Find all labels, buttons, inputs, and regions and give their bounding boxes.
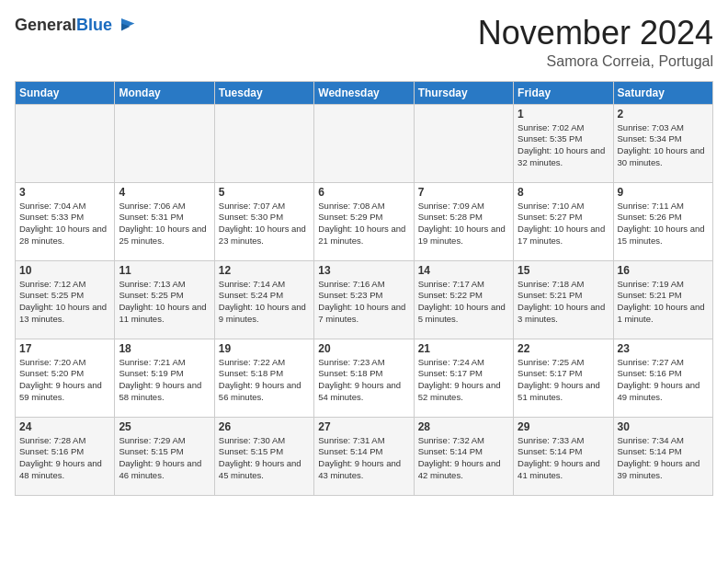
- calendar-cell: 13Sunrise: 7:16 AM Sunset: 5:23 PM Dayli…: [314, 260, 414, 339]
- calendar-cell: [115, 104, 214, 182]
- calendar-cell: [16, 104, 115, 182]
- calendar-cell: 6Sunrise: 7:08 AM Sunset: 5:29 PM Daylig…: [314, 182, 414, 260]
- day-info: Sunrise: 7:33 AM Sunset: 5:14 PM Dayligh…: [518, 435, 609, 482]
- day-info: Sunrise: 7:17 AM Sunset: 5:22 PM Dayligh…: [418, 279, 509, 326]
- location: Samora Correia, Portugal: [478, 53, 713, 70]
- calendar-cell: 14Sunrise: 7:17 AM Sunset: 5:22 PM Dayli…: [414, 260, 513, 339]
- calendar-cell: 27Sunrise: 7:31 AM Sunset: 5:14 PM Dayli…: [314, 417, 414, 495]
- day-number: 28: [418, 420, 509, 433]
- day-number: 27: [318, 420, 409, 433]
- day-number: 11: [119, 264, 210, 277]
- day-info: Sunrise: 7:08 AM Sunset: 5:29 PM Dayligh…: [318, 201, 409, 247]
- day-info: Sunrise: 7:03 AM Sunset: 5:34 PM Dayligh…: [618, 122, 709, 169]
- logo-general: GeneralBlue: [15, 17, 112, 35]
- calendar-cell: 7Sunrise: 7:09 AM Sunset: 5:28 PM Daylig…: [414, 182, 513, 260]
- day-info: Sunrise: 7:16 AM Sunset: 5:23 PM Dayligh…: [318, 279, 409, 326]
- day-info: Sunrise: 7:25 AM Sunset: 5:17 PM Dayligh…: [518, 357, 609, 404]
- calendar-cell: 29Sunrise: 7:33 AM Sunset: 5:14 PM Dayli…: [514, 417, 613, 495]
- day-info: Sunrise: 7:06 AM Sunset: 5:31 PM Dayligh…: [119, 201, 210, 247]
- calendar-header: SundayMondayTuesdayWednesdayThursdayFrid…: [16, 81, 713, 104]
- calendar-cell: 28Sunrise: 7:32 AM Sunset: 5:14 PM Dayli…: [414, 417, 513, 495]
- calendar-cell: 8Sunrise: 7:10 AM Sunset: 5:27 PM Daylig…: [514, 182, 613, 260]
- day-number: 23: [618, 342, 709, 355]
- day-info: Sunrise: 7:28 AM Sunset: 5:16 PM Dayligh…: [19, 435, 110, 482]
- day-number: 30: [618, 420, 709, 433]
- calendar-cell: 26Sunrise: 7:30 AM Sunset: 5:15 PM Dayli…: [214, 417, 313, 495]
- day-info: Sunrise: 7:34 AM Sunset: 5:14 PM Dayligh…: [618, 435, 709, 482]
- calendar-cell: 17Sunrise: 7:20 AM Sunset: 5:20 PM Dayli…: [16, 339, 115, 417]
- calendar-week-1: 3Sunrise: 7:04 AM Sunset: 5:33 PM Daylig…: [16, 182, 713, 260]
- calendar-week-3: 17Sunrise: 7:20 AM Sunset: 5:20 PM Dayli…: [16, 339, 713, 417]
- calendar-cell: 16Sunrise: 7:19 AM Sunset: 5:21 PM Dayli…: [613, 260, 712, 339]
- calendar-cell: 1Sunrise: 7:02 AM Sunset: 5:35 PM Daylig…: [514, 104, 613, 182]
- calendar-cell: 25Sunrise: 7:29 AM Sunset: 5:15 PM Dayli…: [115, 417, 214, 495]
- title-block: November 2024 Samora Correia, Portugal: [478, 15, 713, 70]
- header-day-saturday: Saturday: [613, 81, 712, 104]
- header-day-thursday: Thursday: [414, 81, 513, 104]
- day-number: 26: [219, 420, 310, 433]
- logo-icon: [114, 15, 136, 37]
- day-number: 18: [119, 342, 210, 355]
- day-number: 25: [119, 420, 210, 433]
- day-number: 15: [518, 264, 609, 277]
- calendar-cell: 2Sunrise: 7:03 AM Sunset: 5:34 PM Daylig…: [613, 104, 712, 182]
- calendar-cell: [314, 104, 414, 182]
- day-number: 12: [219, 264, 310, 277]
- day-number: 2: [618, 108, 709, 121]
- day-number: 16: [618, 264, 709, 277]
- header-day-monday: Monday: [115, 81, 214, 104]
- header-day-tuesday: Tuesday: [214, 81, 313, 104]
- header-day-sunday: Sunday: [16, 81, 115, 104]
- calendar-cell: 20Sunrise: 7:23 AM Sunset: 5:18 PM Dayli…: [314, 339, 414, 417]
- day-number: 14: [418, 264, 509, 277]
- day-info: Sunrise: 7:13 AM Sunset: 5:25 PM Dayligh…: [119, 279, 210, 326]
- calendar-cell: [214, 104, 313, 182]
- calendar-cell: 9Sunrise: 7:11 AM Sunset: 5:26 PM Daylig…: [613, 182, 712, 260]
- day-number: 21: [418, 342, 509, 355]
- day-info: Sunrise: 7:22 AM Sunset: 5:18 PM Dayligh…: [219, 357, 310, 404]
- calendar-week-2: 10Sunrise: 7:12 AM Sunset: 5:25 PM Dayli…: [16, 260, 713, 339]
- day-number: 1: [518, 108, 609, 121]
- day-info: Sunrise: 7:19 AM Sunset: 5:21 PM Dayligh…: [618, 279, 709, 326]
- calendar-cell: 10Sunrise: 7:12 AM Sunset: 5:25 PM Dayli…: [16, 260, 115, 339]
- day-info: Sunrise: 7:02 AM Sunset: 5:35 PM Dayligh…: [518, 122, 609, 169]
- day-number: 6: [318, 186, 409, 199]
- day-info: Sunrise: 7:27 AM Sunset: 5:16 PM Dayligh…: [618, 357, 709, 404]
- calendar-cell: 18Sunrise: 7:21 AM Sunset: 5:19 PM Dayli…: [115, 339, 214, 417]
- day-number: 4: [119, 186, 210, 199]
- calendar-cell: 12Sunrise: 7:14 AM Sunset: 5:24 PM Dayli…: [214, 260, 313, 339]
- month-title: November 2024: [478, 15, 713, 52]
- calendar-cell: [414, 104, 513, 182]
- calendar-week-4: 24Sunrise: 7:28 AM Sunset: 5:16 PM Dayli…: [16, 417, 713, 495]
- day-info: Sunrise: 7:18 AM Sunset: 5:21 PM Dayligh…: [518, 279, 609, 326]
- calendar-cell: 3Sunrise: 7:04 AM Sunset: 5:33 PM Daylig…: [16, 182, 115, 260]
- calendar-cell: 4Sunrise: 7:06 AM Sunset: 5:31 PM Daylig…: [115, 182, 214, 260]
- day-info: Sunrise: 7:11 AM Sunset: 5:26 PM Dayligh…: [618, 201, 709, 247]
- calendar-week-0: 1Sunrise: 7:02 AM Sunset: 5:35 PM Daylig…: [16, 104, 713, 182]
- day-info: Sunrise: 7:32 AM Sunset: 5:14 PM Dayligh…: [418, 435, 509, 482]
- day-info: Sunrise: 7:20 AM Sunset: 5:20 PM Dayligh…: [19, 357, 110, 404]
- calendar-cell: 15Sunrise: 7:18 AM Sunset: 5:21 PM Dayli…: [514, 260, 613, 339]
- day-info: Sunrise: 7:29 AM Sunset: 5:15 PM Dayligh…: [119, 435, 210, 482]
- day-number: 22: [518, 342, 609, 355]
- day-info: Sunrise: 7:04 AM Sunset: 5:33 PM Dayligh…: [19, 201, 110, 247]
- day-info: Sunrise: 7:21 AM Sunset: 5:19 PM Dayligh…: [119, 357, 210, 404]
- page-header: GeneralBlue November 2024 Samora Correia…: [15, 15, 713, 70]
- header-row: SundayMondayTuesdayWednesdayThursdayFrid…: [16, 81, 713, 104]
- day-info: Sunrise: 7:23 AM Sunset: 5:18 PM Dayligh…: [318, 357, 409, 404]
- day-info: Sunrise: 7:10 AM Sunset: 5:27 PM Dayligh…: [518, 201, 609, 247]
- calendar-cell: 11Sunrise: 7:13 AM Sunset: 5:25 PM Dayli…: [115, 260, 214, 339]
- header-day-wednesday: Wednesday: [314, 81, 414, 104]
- day-number: 13: [318, 264, 409, 277]
- day-number: 8: [518, 186, 609, 199]
- calendar-cell: 24Sunrise: 7:28 AM Sunset: 5:16 PM Dayli…: [16, 417, 115, 495]
- day-info: Sunrise: 7:30 AM Sunset: 5:15 PM Dayligh…: [219, 435, 310, 482]
- calendar-cell: 30Sunrise: 7:34 AM Sunset: 5:14 PM Dayli…: [613, 417, 712, 495]
- day-number: 9: [618, 186, 709, 199]
- calendar-table: SundayMondayTuesdayWednesdayThursdayFrid…: [15, 81, 713, 496]
- day-number: 24: [19, 420, 110, 433]
- calendar-cell: 22Sunrise: 7:25 AM Sunset: 5:17 PM Dayli…: [514, 339, 613, 417]
- day-number: 29: [518, 420, 609, 433]
- logo: GeneralBlue: [15, 15, 136, 37]
- day-number: 3: [19, 186, 110, 199]
